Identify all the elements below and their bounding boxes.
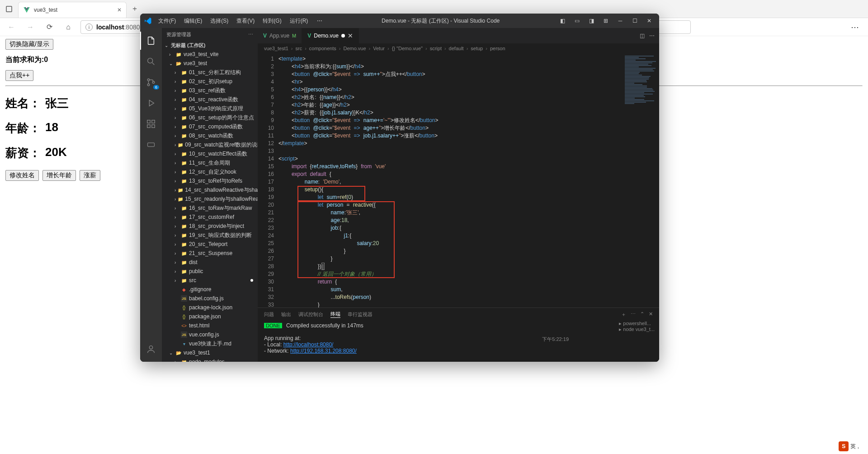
tree-item[interactable]: ›📁07_src_computed函数 xyxy=(162,122,258,131)
tree-item[interactable]: ›📁19_src_响应式数据的判断 xyxy=(162,231,258,240)
tree-item[interactable]: ›📁06_src_setup的两个注意点 xyxy=(162,113,258,122)
menu-item[interactable]: 选择(S) xyxy=(207,15,232,27)
vscode-title-bar[interactable]: 文件(F)编辑(E)选择(S)查看(V)转到(G)运行(R) ⋯ Demo.vu… xyxy=(140,14,659,28)
ime-indicator[interactable]: S 英 , xyxy=(839,441,859,451)
panel-tab[interactable]: 调试控制台 xyxy=(298,311,323,318)
breadcrumb-item[interactable]: Vetur xyxy=(373,46,385,51)
workspace-root[interactable]: ⌄无标题 (工作区) xyxy=(162,41,258,50)
breadcrumb-item[interactable]: script xyxy=(430,46,442,51)
tree-item[interactable]: ›📁vue3_test_vite xyxy=(162,50,258,59)
breadcrumb-item[interactable]: {} "Demo.vue" xyxy=(392,46,423,51)
layout-panel-icon[interactable]: ▭ xyxy=(571,14,583,27)
rename-button[interactable]: 修改姓名 xyxy=(5,170,39,181)
tree-item[interactable]: ⌄📂vue3_test1 xyxy=(162,348,258,357)
tree-item[interactable]: ›📁node_modules xyxy=(162,357,258,362)
tree-item[interactable]: {}package.json xyxy=(162,312,258,321)
tree-item[interactable]: ›📁13_src_toRef与toRefs xyxy=(162,176,258,185)
terminal-shell-list[interactable]: ▸ powershell... ▸ node vue3_t... xyxy=(619,321,655,332)
tree-item[interactable]: ›📁12_src_自定义hook xyxy=(162,167,258,176)
tree-item[interactable]: ›📁08_src_watch函数 xyxy=(162,131,258,140)
tree-item[interactable]: ›📁16_src_toRaw与markRaw xyxy=(162,203,258,213)
search-icon[interactable] xyxy=(140,52,162,71)
breadcrumb-item[interactable]: components xyxy=(309,46,336,51)
sidebar-more-icon[interactable]: ⋯ xyxy=(248,32,253,38)
breadcrumb-item[interactable]: Demo.vue xyxy=(343,46,366,51)
serial-icon[interactable] xyxy=(140,136,162,154)
menu-item[interactable]: 编辑(E) xyxy=(180,15,206,27)
tree-item[interactable]: JSvue.config.js xyxy=(162,330,258,339)
tree-item[interactable]: ›📁02_src_初识setup xyxy=(162,77,258,86)
minimap[interactable] xyxy=(618,53,659,307)
close-icon[interactable]: ✕ xyxy=(348,32,353,39)
editor-tab[interactable]: VApp.vueM xyxy=(258,28,302,43)
browser-more-button[interactable]: ⋯ xyxy=(846,22,863,32)
panel-tab[interactable]: 输出 xyxy=(281,311,291,318)
tree-item[interactable]: ▾vue3快速上手.md xyxy=(162,339,258,348)
menu-item[interactable]: 文件(F) xyxy=(155,15,179,27)
scm-icon[interactable]: 6 xyxy=(140,73,162,91)
new-terminal-icon[interactable]: ＋ xyxy=(621,311,626,318)
increment-button[interactable]: 点我++ xyxy=(5,70,33,81)
tree-item[interactable]: ›📁17_src_customRef xyxy=(162,213,258,222)
toggle-visibility-button[interactable]: 切换隐藏/显示 xyxy=(5,39,53,50)
layout-secondary-icon[interactable]: ◨ xyxy=(585,14,598,27)
tree-item[interactable]: ›📁14_src_shallowReactive与shallowRef xyxy=(162,185,258,194)
tree-item[interactable]: JSbabel.config.js xyxy=(162,294,258,303)
tree-item[interactable]: ›📁09_src_watch监视ref数据的说明 xyxy=(162,140,258,149)
maximize-panel-icon[interactable]: ⌃ xyxy=(640,311,644,318)
layout-primary-icon[interactable]: ◧ xyxy=(556,14,569,27)
tree-item[interactable]: ›📁18_src_provide与inject xyxy=(162,222,258,231)
breadcrumb-item[interactable]: setup xyxy=(471,46,483,51)
close-icon[interactable]: ✕ xyxy=(117,7,122,13)
tree-item[interactable]: ›📁public xyxy=(162,267,258,276)
tree-item[interactable]: ›📁04_src_reactive函数 xyxy=(162,95,258,104)
breadcrumb-item[interactable]: src xyxy=(296,46,302,51)
breadcrumb[interactable]: vue3_test1›src›components›Demo.vue›Vetur… xyxy=(258,43,659,53)
tree-item[interactable]: ›📁15_src_readonly与shallowReadonly xyxy=(162,194,258,203)
editor-tab[interactable]: VDemo.vue✕ xyxy=(302,28,359,43)
tree-item[interactable]: ◆.gitignore xyxy=(162,285,258,294)
tree-item[interactable]: ›📁dist xyxy=(162,258,258,267)
tree-item[interactable]: ›📁03_src_ref函数 xyxy=(162,86,258,95)
tree-item[interactable]: {}package-lock.json xyxy=(162,303,258,312)
tree-item[interactable]: ›📁11_src_生命周期 xyxy=(162,158,258,167)
account-icon[interactable] xyxy=(140,340,162,358)
code-editor[interactable]: <template> <h4>当前求和为:{{sum}}</h4> <butto… xyxy=(278,53,618,307)
window-close-button[interactable]: ✕ xyxy=(643,14,656,27)
tree-item[interactable]: ›📁21_src_Suspense xyxy=(162,249,258,258)
layout-customize-icon[interactable]: ⊞ xyxy=(599,14,612,27)
raise-salary-button[interactable]: 涨薪 xyxy=(80,170,100,181)
nav-reload-button[interactable]: ⟳ xyxy=(42,20,56,34)
nav-back-button[interactable]: ← xyxy=(5,20,18,34)
menu-item[interactable]: 查看(V) xyxy=(233,15,258,27)
extensions-icon[interactable] xyxy=(140,115,162,133)
site-info-icon[interactable]: i xyxy=(85,24,93,31)
breadcrumb-item[interactable]: vue3_test1 xyxy=(264,46,288,51)
panel-tab[interactable]: 问题 xyxy=(264,311,274,318)
increase-age-button[interactable]: 增长年龄 xyxy=(42,170,76,181)
tree-item[interactable]: ⌄📂vue3_test xyxy=(162,59,258,68)
tree-item[interactable]: <>test.html xyxy=(162,321,258,330)
terminal-output[interactable]: DONE Compiled successfully in 147ms 下午5:… xyxy=(258,321,659,362)
more-icon[interactable]: ⋯ xyxy=(649,33,655,39)
menu-item[interactable]: 转到(G) xyxy=(259,15,285,27)
tree-item[interactable]: ›📁20_src_Teleport xyxy=(162,240,258,249)
debug-icon[interactable] xyxy=(140,94,162,112)
window-maximize-button[interactable]: ☐ xyxy=(628,14,641,27)
window-minimize-button[interactable]: ─ xyxy=(614,14,627,27)
explorer-icon[interactable] xyxy=(140,32,162,50)
split-editor-icon[interactable]: ◫ xyxy=(640,33,645,39)
breadcrumb-item[interactable]: person xyxy=(490,46,505,51)
more-icon[interactable]: ⋯ xyxy=(631,311,636,318)
tree-item[interactable]: ›📁05_Vue3的响应式原理 xyxy=(162,104,258,113)
panel-tab[interactable]: 终端 xyxy=(330,311,340,318)
close-panel-icon[interactable]: ✕ xyxy=(649,311,653,318)
tree-item[interactable]: ›📁01_src_分析工程结构 xyxy=(162,68,258,77)
tree-item[interactable]: ›📁src xyxy=(162,276,258,285)
breadcrumb-item[interactable]: default xyxy=(449,46,464,51)
menu-overflow-icon[interactable]: ⋯ xyxy=(314,18,325,24)
nav-home-button[interactable]: ⌂ xyxy=(61,20,75,34)
panel-tab[interactable]: 串行监视器 xyxy=(348,311,373,318)
tab-overview-button[interactable] xyxy=(0,0,18,18)
local-url-link[interactable]: http://localhost:8080/ xyxy=(283,341,334,348)
